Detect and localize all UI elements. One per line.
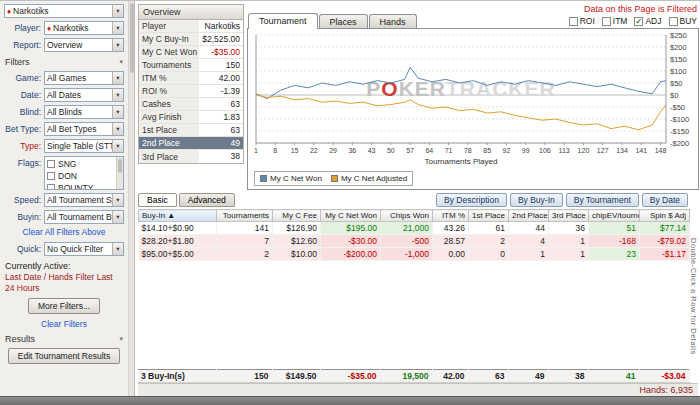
type-label: Type: <box>4 141 44 151</box>
overview-row-player[interactable]: PlayerNarkotiks <box>139 20 243 33</box>
edit-tournament-results-button[interactable]: Edit Tournament Results <box>8 348 120 364</box>
x-tick-label: 15 <box>291 147 299 154</box>
sidebar-scrollbar[interactable] <box>128 1 135 396</box>
table-empty-space <box>138 261 688 369</box>
checkbox-icon[interactable] <box>47 184 55 189</box>
stat-label: Cashes <box>139 98 199 110</box>
blind-select[interactable]: All Blinds▾ <box>44 105 124 119</box>
top-row: Overview PlayerNarkotiksMy C Buy-In$2,52… <box>138 4 698 190</box>
checkbox-icon[interactable] <box>47 172 55 180</box>
speed-select[interactable]: All Tournament Speeds▾ <box>44 193 124 207</box>
player-quick-combo[interactable]: ♦ Narkotiks ▾ <box>4 4 124 18</box>
overview-row-1st-place[interactable]: 1st Place63 <box>139 124 243 137</box>
flag-option-bounty[interactable]: BOUNTY <box>47 182 114 189</box>
flag-option-don[interactable]: DON <box>47 170 114 182</box>
overview-panel: Overview PlayerNarkotiksMy C Buy-In$2,52… <box>138 4 244 164</box>
column-header-buy-in[interactable]: Buy-In ▲ <box>139 210 217 222</box>
column-header-my-c-net-won[interactable]: My C Net Won <box>321 210 381 222</box>
chart-options: Data on this Page is Filtered ROIITM✓ADJ… <box>569 4 697 28</box>
column-header-my-c-fee[interactable]: My C Fee <box>273 210 321 222</box>
game-select[interactable]: All Games▾ <box>44 71 124 85</box>
overview-row-roi[interactable]: ROI %-1.39 <box>139 85 243 98</box>
column-header-chipev-tourney[interactable]: chipEV/tourney <box>589 210 640 222</box>
filters-section-title: Filters <box>5 57 30 67</box>
cell-spin-adj: -$1.17 <box>640 248 690 261</box>
overview-row-my-c-buy-in[interactable]: My C Buy-In$2,525.00 <box>139 33 243 46</box>
cell-my-c-fee: $12.60 <box>273 235 321 248</box>
column-header-spin-adj[interactable]: Spin $ Adj <box>640 210 690 222</box>
toggle-adj[interactable]: ✓ADJ <box>634 16 661 26</box>
chevron-down-icon: ▾ <box>112 211 123 223</box>
toggle-roi[interactable]: ROI <box>569 16 595 26</box>
x-tick-label: 120 <box>578 147 590 154</box>
column-header-3rd-place[interactable]: 3rd Place <box>549 210 589 222</box>
checkbox-icon[interactable] <box>602 17 611 26</box>
overview-row-cashes[interactable]: Cashes63 <box>139 98 243 111</box>
summary-tournaments: 150 <box>216 370 272 383</box>
cell-tournaments: 141 <box>217 222 273 235</box>
scrollbar-thumb[interactable] <box>130 3 134 73</box>
view-tab-basic[interactable]: Basic <box>138 193 177 207</box>
scrollbar-thumb[interactable] <box>118 159 122 173</box>
column-header-chips-won[interactable]: Chips Won <box>381 210 433 222</box>
checkbox-icon[interactable] <box>569 17 578 26</box>
filter-row: Buyin:All Tournament Buyins▾ <box>4 210 124 224</box>
toggle-itm[interactable]: ITM <box>602 16 628 26</box>
overview-row-my-c-net-won[interactable]: My C Net Won-$35.00 <box>139 46 243 59</box>
stat-label: ITM % <box>139 72 199 84</box>
cell-1st-place: 2 <box>469 235 509 248</box>
column-header-2nd-place[interactable]: 2nd Place <box>509 210 549 222</box>
checkbox-icon[interactable]: ✓ <box>634 17 643 26</box>
toggle-buy[interactable]: BUY <box>669 16 697 26</box>
group-by-description-button[interactable]: By Description <box>436 193 507 207</box>
more-filters-button[interactable]: More Filters... <box>28 298 100 314</box>
report-row[interactable]: $95.00+$5.002$10.00-$200.00-1,0000.00011… <box>139 248 690 261</box>
flag-option-sng[interactable]: SNG <box>47 158 114 170</box>
view-tab-advanced[interactable]: Advanced <box>179 193 235 207</box>
filters-section-header[interactable]: Filters ▾ <box>5 57 123 67</box>
overview-row-3rd-place[interactable]: 3rd Place38 <box>139 150 243 163</box>
flags-listbox[interactable]: SNGDONBOUNTY <box>44 156 124 190</box>
chart-panel: TournamentPlacesHands Data on this Page … <box>247 4 698 190</box>
flags-scrollbar[interactable] <box>116 157 123 189</box>
checkbox-icon[interactable] <box>47 160 55 168</box>
type-select[interactable]: Single Table (STT)▾ <box>44 139 124 153</box>
overview-row-itm[interactable]: ITM %42.00 <box>139 72 243 85</box>
y-tick-label: -$50 <box>670 103 685 112</box>
overview-row-avg-finish[interactable]: Avg Finish1.83 <box>139 111 243 124</box>
clear-all-filters-link[interactable]: Clear All Filters Above <box>4 227 124 237</box>
date-label: Date: <box>4 90 44 100</box>
group-by-buy-in-button[interactable]: By Buy-In <box>510 193 563 207</box>
tab-places[interactable]: Places <box>319 14 368 29</box>
group-by-tournament-button[interactable]: By Tournament <box>566 193 639 207</box>
report-row[interactable]: $28.20+$1.807$12.60-$30.00-50028.57241-1… <box>139 235 690 248</box>
overview-row-2nd-place[interactable]: 2nd Place49 <box>139 137 243 150</box>
cell-tournaments: 2 <box>217 248 273 261</box>
group-by-date-button[interactable]: By Date <box>642 193 688 207</box>
summary-my-c-net-won: -$35.00 <box>320 370 380 383</box>
report-row[interactable]: $14.10+$0.90141$126.90$195.0021,00043.26… <box>139 222 690 235</box>
column-header-1st-place[interactable]: 1st Place <box>469 210 509 222</box>
buyin-select[interactable]: All Tournament Buyins▾ <box>44 210 124 224</box>
cell-my-c-fee: $126.90 <box>273 222 321 235</box>
tab-tournament[interactable]: Tournament <box>248 13 318 29</box>
quick-filter-select[interactable]: No Quick Filter ▾ <box>44 242 124 256</box>
tab-hands[interactable]: Hands <box>369 14 417 29</box>
player-select[interactable]: ♦ Narkotiks ▾ <box>44 21 124 35</box>
x-tick-label: 127 <box>597 147 609 154</box>
report-select[interactable]: Overview ▾ <box>44 38 124 52</box>
player-label: Player: <box>4 23 44 33</box>
bet-type-select[interactable]: All Bet Types▾ <box>44 122 124 136</box>
summary-row[interactable]: 3 Buy-In(s)150$149.50-$35.0019,50042.006… <box>138 370 689 383</box>
x-tick-label: 85 <box>483 147 491 154</box>
date-select[interactable]: All Dates▾ <box>44 88 124 102</box>
column-header-tournaments[interactable]: Tournaments <box>217 210 273 222</box>
checkbox-icon[interactable] <box>669 17 678 26</box>
clear-filters-link[interactable]: Clear Filters <box>4 319 124 329</box>
column-header-itm[interactable]: ITM % <box>433 210 469 222</box>
cell-3rd-place: 1 <box>549 248 589 261</box>
results-section-header[interactable]: Results ▾ <box>5 334 123 344</box>
flag-label: DON <box>58 171 77 181</box>
overview-row-tournaments[interactable]: Tournaments150 <box>139 59 243 72</box>
y-tick-label: -$200 <box>670 139 689 148</box>
